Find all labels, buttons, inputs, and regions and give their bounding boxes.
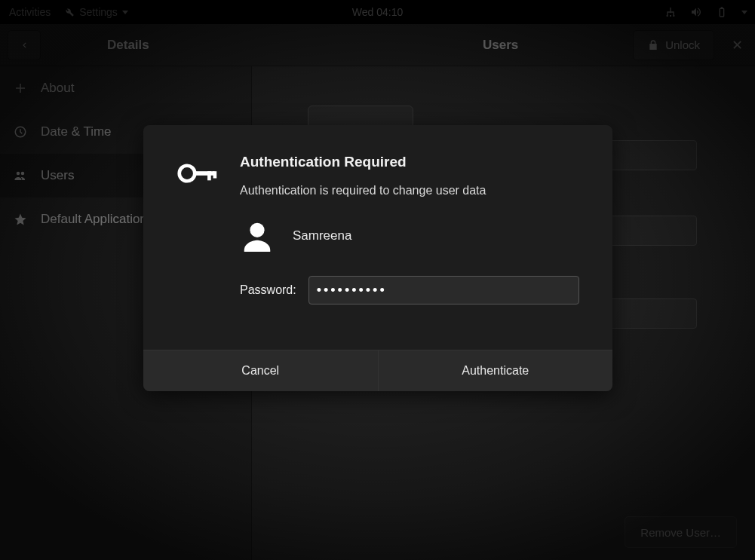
svg-rect-5 — [213, 171, 217, 178]
auth-dialog: Authentication Required Authentication i… — [143, 125, 612, 391]
dialog-username: Samreena — [293, 228, 351, 243]
svg-point-2 — [180, 166, 195, 182]
svg-rect-4 — [207, 171, 211, 180]
key-icon — [176, 154, 219, 304]
svg-rect-3 — [193, 171, 214, 176]
dialog-message: Authentication is required to change use… — [240, 184, 579, 197]
cancel-button[interactable]: Cancel — [143, 350, 378, 391]
user-icon — [240, 219, 275, 253]
password-label: Password: — [240, 283, 296, 297]
authenticate-button[interactable]: Authenticate — [378, 350, 613, 391]
svg-point-6 — [250, 223, 264, 237]
dialog-title: Authentication Required — [240, 154, 579, 170]
password-input[interactable] — [308, 276, 579, 304]
